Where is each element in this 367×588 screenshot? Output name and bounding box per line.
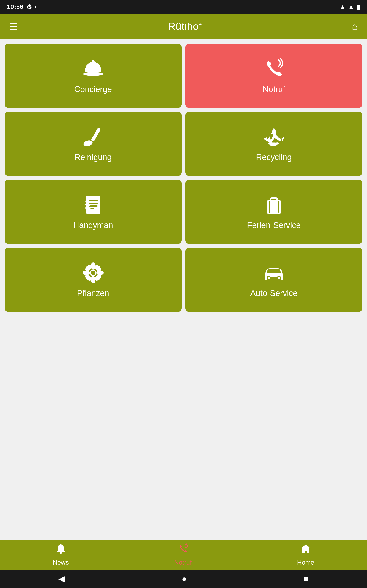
svg-point-18 <box>83 271 90 275</box>
svg-rect-1 <box>92 60 94 62</box>
signal-icon: ▲ <box>348 3 354 10</box>
app-bar: ☰ Rütihof ⌂ <box>0 14 367 39</box>
svg-rect-14 <box>277 201 279 213</box>
ferien-service-icon <box>262 193 285 216</box>
status-left: 10:56 ⚙ ▪ <box>7 3 37 11</box>
svg-rect-13 <box>269 201 270 213</box>
home-nav-icon <box>300 543 311 557</box>
back-button[interactable]: ◀ <box>58 574 65 584</box>
tile-reinigung[interactable]: Reinigung <box>5 112 182 176</box>
nav-item-home[interactable]: Home <box>297 543 314 566</box>
handyman-label: Handyman <box>73 221 113 230</box>
tile-pflanzen[interactable]: Pflanzen <box>5 248 182 312</box>
news-bell-icon <box>55 543 67 557</box>
svg-point-27 <box>268 277 270 279</box>
svg-point-24 <box>91 271 95 275</box>
svg-rect-29 <box>268 274 272 276</box>
recycling-label: Recycling <box>256 153 292 162</box>
recent-button[interactable]: ■ <box>304 574 309 584</box>
concierge-label: Concierge <box>74 85 112 94</box>
svg-point-16 <box>91 262 95 270</box>
status-right: ▲ ▲ ▮ <box>340 3 360 11</box>
concierge-icon <box>82 57 105 80</box>
auto-service-label: Auto-Service <box>250 288 298 298</box>
svg-point-19 <box>96 271 104 275</box>
time-display: 10:56 <box>7 3 23 10</box>
handyman-icon <box>82 193 105 216</box>
app-title: Rütihof <box>168 21 202 32</box>
tile-recycling[interactable]: Recycling <box>185 112 362 176</box>
svg-point-0 <box>83 72 103 76</box>
pflanzen-label: Pflanzen <box>77 288 109 298</box>
nav-item-notruf[interactable]: Notruf <box>174 543 192 566</box>
recycling-icon <box>262 125 285 148</box>
system-nav-bar: ◀ ● ■ <box>0 570 367 588</box>
settings-icon: ⚙ <box>26 3 32 11</box>
svg-point-31 <box>60 552 62 554</box>
reinigung-label: Reinigung <box>75 153 112 162</box>
tile-ferien-service[interactable]: Ferien-Service <box>185 180 362 244</box>
svg-point-28 <box>278 277 280 279</box>
notruf-icon <box>262 57 285 80</box>
menu-button[interactable]: ☰ <box>9 21 18 32</box>
svg-point-17 <box>91 276 95 284</box>
ferien-service-label: Ferien-Service <box>247 221 301 230</box>
home-sys-button[interactable]: ● <box>182 574 187 584</box>
tile-auto-service[interactable]: Auto-Service <box>185 248 362 312</box>
reinigung-icon <box>82 125 105 148</box>
tile-concierge[interactable]: Concierge <box>5 44 182 108</box>
battery-icon: ▪ <box>35 3 37 10</box>
pflanzen-icon <box>82 261 105 284</box>
tile-notruf[interactable]: Notruf <box>185 44 362 108</box>
bottom-nav: News Notruf Home <box>0 540 367 570</box>
news-label: News <box>53 559 69 566</box>
nav-item-news[interactable]: News <box>53 543 69 566</box>
svg-rect-5 <box>89 200 98 201</box>
service-grid: Concierge Notruf Reinigung <box>0 39 367 317</box>
svg-rect-2 <box>91 128 101 142</box>
svg-rect-11 <box>273 200 275 214</box>
auto-service-icon <box>262 261 285 284</box>
tile-handyman[interactable]: Handyman <box>5 180 182 244</box>
notruf-nav-icon <box>177 543 189 557</box>
home-button[interactable]: ⌂ <box>352 21 358 32</box>
svg-rect-12 <box>267 205 281 207</box>
wifi-icon: ▲ <box>340 3 346 10</box>
battery-level-icon: ▮ <box>357 3 360 11</box>
home-nav-label: Home <box>297 559 314 566</box>
svg-rect-30 <box>276 274 280 276</box>
notruf-label: Notruf <box>263 85 285 94</box>
status-bar: 10:56 ⚙ ▪ ▲ ▲ ▮ <box>0 0 367 14</box>
notruf-nav-label: Notruf <box>174 559 192 566</box>
svg-rect-6 <box>89 203 98 204</box>
